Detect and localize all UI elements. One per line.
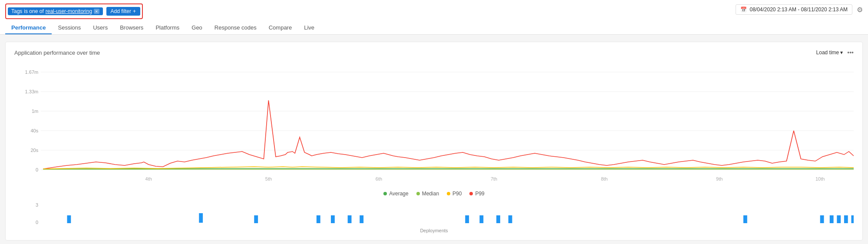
filter-close-icon[interactable]: × bbox=[94, 9, 99, 14]
deployment-bar bbox=[851, 215, 854, 223]
chart-controls: Load time ▾ ••• bbox=[816, 49, 854, 56]
deployment-bar bbox=[360, 215, 363, 223]
svg-text:1m: 1m bbox=[32, 109, 39, 114]
svg-text:40s: 40s bbox=[30, 129, 38, 133]
tab-performance[interactable]: Performance bbox=[5, 22, 52, 34]
chart-card: Application performance over time Load t… bbox=[5, 42, 863, 241]
deployment-bar bbox=[67, 215, 71, 223]
deployments-label: Deployments bbox=[14, 228, 854, 233]
svg-text:6th: 6th bbox=[376, 177, 382, 181]
svg-text:0: 0 bbox=[36, 168, 38, 172]
filter-label-prefix: Tags bbox=[11, 8, 22, 14]
add-filter-label: Add filter bbox=[111, 8, 131, 14]
chart-legend: Average Median P90 P99 bbox=[14, 191, 854, 197]
legend-median-label: Median bbox=[422, 191, 439, 197]
deployment-bar bbox=[844, 215, 848, 223]
filter-label-link[interactable]: real-user-monitoring bbox=[46, 8, 92, 14]
deployment-bar bbox=[348, 215, 352, 223]
legend-p99: P99 bbox=[469, 191, 484, 197]
deployment-bar bbox=[479, 215, 483, 223]
svg-text:4th: 4th bbox=[145, 177, 152, 181]
add-filter-button[interactable]: Add filter + bbox=[106, 7, 140, 16]
deployment-bar bbox=[199, 213, 203, 223]
load-time-button[interactable]: Load time ▾ bbox=[816, 49, 843, 56]
date-range-text: 08/04/2020 2:13 AM - 08/11/2020 2:13 AM bbox=[749, 7, 848, 13]
p90-dot bbox=[447, 192, 450, 195]
average-dot bbox=[383, 192, 387, 195]
deployment-bar bbox=[331, 215, 335, 223]
legend-median: Median bbox=[416, 191, 439, 197]
tab-geo[interactable]: Geo bbox=[185, 22, 208, 34]
tab-browsers[interactable]: Browsers bbox=[114, 22, 149, 34]
deployment-bar bbox=[317, 215, 320, 223]
svg-text:0: 0 bbox=[36, 220, 38, 225]
tab-users[interactable]: Users bbox=[87, 22, 114, 34]
svg-text:3: 3 bbox=[36, 203, 38, 208]
performance-chart: 0 20s 40s 1m 1.33m 1.67m 4th 5th 6th 7th… bbox=[14, 61, 854, 187]
deployment-bar bbox=[465, 215, 469, 223]
deployment-bar bbox=[743, 215, 747, 223]
filter-row: Tags is one of real-user-monitoring × Ad… bbox=[5, 3, 143, 19]
more-options-button[interactable]: ••• bbox=[847, 49, 854, 56]
deployment-bar bbox=[496, 215, 500, 223]
svg-text:1.67m: 1.67m bbox=[25, 70, 39, 75]
svg-text:8th: 8th bbox=[601, 177, 607, 181]
legend-average-label: Average bbox=[389, 191, 408, 197]
deployments-chart: 3 0 bbox=[14, 200, 854, 226]
tab-live[interactable]: Live bbox=[298, 22, 320, 34]
filter-label-is: is one of bbox=[24, 8, 43, 14]
svg-text:10th: 10th bbox=[815, 177, 825, 181]
tab-sessions[interactable]: Sessions bbox=[52, 22, 87, 34]
legend-average: Average bbox=[383, 191, 408, 197]
tab-platforms[interactable]: Platforms bbox=[149, 22, 185, 34]
chart-title: Application performance over time bbox=[14, 49, 100, 56]
calendar-icon: 📅 bbox=[740, 7, 747, 13]
deployment-bar bbox=[837, 215, 841, 223]
chart-svg: 0 20s 40s 1m 1.33m 1.67m 4th 5th 6th 7th… bbox=[14, 61, 854, 187]
deployment-bar bbox=[830, 215, 834, 223]
deployments-section: 3 0 bbox=[14, 200, 854, 233]
deployment-bar bbox=[508, 215, 512, 223]
legend-p99-label: P99 bbox=[475, 191, 484, 197]
top-bar: Tags is one of real-user-monitoring × Ad… bbox=[0, 0, 868, 35]
p99-dot bbox=[469, 192, 473, 195]
svg-text:5th: 5th bbox=[265, 177, 272, 181]
date-range-picker[interactable]: 📅 08/04/2020 2:13 AM - 08/11/2020 2:13 A… bbox=[736, 4, 852, 15]
filter-tag: Tags is one of real-user-monitoring × bbox=[8, 7, 103, 15]
p99-line bbox=[43, 100, 854, 169]
deployments-svg: 3 0 bbox=[14, 200, 854, 226]
deployment-bar bbox=[254, 215, 258, 223]
deployment-bar bbox=[820, 215, 824, 223]
tab-response-codes[interactable]: Response codes bbox=[208, 22, 263, 34]
svg-text:1.33m: 1.33m bbox=[25, 89, 39, 94]
median-dot bbox=[416, 192, 420, 195]
main-content: Application performance over time Load t… bbox=[0, 35, 868, 244]
nav-tabs: Performance Sessions Users Browsers Plat… bbox=[5, 22, 320, 34]
tab-compare[interactable]: Compare bbox=[263, 22, 298, 34]
legend-p90: P90 bbox=[447, 191, 462, 197]
add-filter-plus-icon: + bbox=[133, 8, 136, 14]
settings-icon[interactable]: ⚙ bbox=[857, 6, 863, 14]
svg-text:20s: 20s bbox=[30, 148, 38, 153]
legend-p90-label: P90 bbox=[452, 191, 462, 197]
svg-text:9th: 9th bbox=[716, 177, 723, 181]
header-right: 📅 08/04/2020 2:13 AM - 08/11/2020 2:13 A… bbox=[736, 4, 863, 15]
svg-text:7th: 7th bbox=[491, 177, 497, 181]
chart-header: Application performance over time Load t… bbox=[14, 49, 854, 56]
